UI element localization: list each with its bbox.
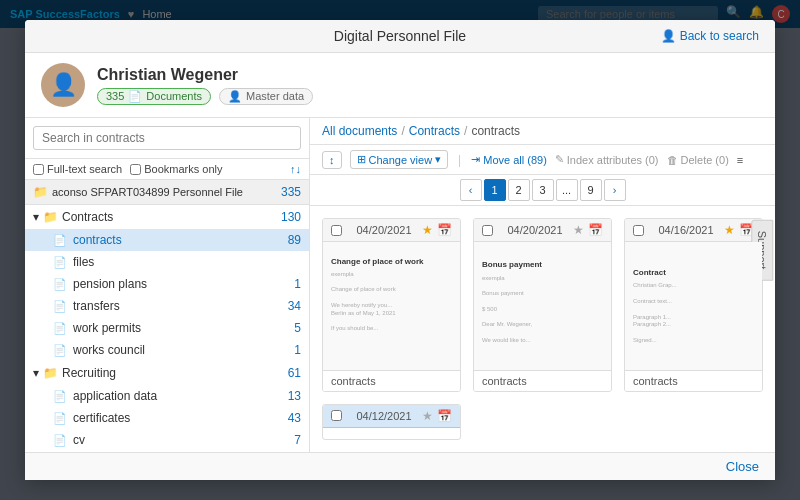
sidebar-item-cv[interactable]: 📄 cv 7 [25,429,309,451]
index-attributes-button[interactable]: ✎ Index attributes (0) [555,153,659,166]
next-page-button[interactable]: › [604,179,626,201]
sidebar: Full-text search Bookmarks only ↑↓ 📁 aco… [25,118,310,452]
item-label: work permits [73,321,141,335]
change-view-button[interactable]: ⊞ Change view ▾ [350,150,449,169]
full-text-checkbox[interactable] [33,164,44,175]
sidebar-filter-options: Full-text search Bookmarks only ↑↓ [25,159,309,180]
item-count: 1 [294,277,301,291]
document-grid: 04/20/2021 ★ 📅 Change of place of work e… [310,206,775,452]
page-3-button[interactable]: 3 [532,179,554,201]
sidebar-item-files[interactable]: 📄 files [25,251,309,273]
chevron-icon: ▾ [33,366,39,380]
sidebar-search-input[interactable] [33,126,301,150]
documents-badge[interactable]: 335 📄 Documents [97,88,211,105]
profile-bar: 👤 Christian Wegener 335 📄 Documents 👤 Ma… [25,53,775,118]
doc-icon: 📄 [53,300,67,313]
full-text-search-option[interactable]: Full-text search [33,163,122,175]
document-card-0[interactable]: 04/20/2021 ★ 📅 Change of place of work e… [322,218,461,392]
sidebar-item-contracts[interactable]: 📄 contracts 89 [25,229,309,251]
list-icon: ≡ [737,154,743,166]
master-label: Master data [246,90,304,102]
modal-body: Full-text search Bookmarks only ↑↓ 📁 aco… [25,118,775,452]
doc-checkbox[interactable] [633,225,644,236]
page-2-button[interactable]: 2 [508,179,530,201]
breadcrumb-current: contracts [471,124,520,138]
star-icon[interactable]: ★ [573,223,584,237]
file-item-icon: 📁 [33,185,48,199]
back-to-search-button[interactable]: 👤 Back to search [661,29,759,43]
delete-button[interactable]: 🗑 Delete (0) [667,154,729,166]
star-icon[interactable]: ★ [724,223,735,237]
doc-card-header-partial: 04/12/2021 ★ 📅 [323,405,460,428]
doc-icon: 📄 [53,344,67,357]
close-button[interactable]: Close [726,459,759,474]
section-header-recruiting[interactable]: ▾ 📁 Recruiting 61 [25,361,309,385]
person-icon: 👤 [661,29,676,43]
page-9-button[interactable]: 9 [580,179,602,201]
doc-preview-title: Change of place of work [331,256,452,267]
document-card-1[interactable]: 04/20/2021 ★ 📅 Bonus payment exempla Bon… [473,218,612,392]
section-header-contracts[interactable]: ▾ 📁 Contracts 130 [25,205,309,229]
item-label: works council [73,343,145,357]
modal-header: Digital Personnel File 👤 Back to search [25,20,775,53]
calendar-icon[interactable]: 📅 [588,223,603,237]
doc-checkbox[interactable] [331,225,342,236]
sidebar-file-item[interactable]: 📁 aconso SFPART034899 Personnel File 335 [25,180,309,205]
doc-preview-title: Contract [633,267,754,278]
item-label: application data [73,389,157,403]
doc-partial-checkbox[interactable] [331,410,342,421]
sidebar-section-recruiting: ▾ 📁 Recruiting 61 📄 application data 13 … [25,361,309,452]
index-icon: ✎ [555,153,564,166]
doc-icon: 📄 [53,322,67,335]
doc-preview-text: Christian Grap... Contract text... Parag… [633,282,754,344]
sidebar-item-work-permits[interactable]: 📄 work permits 5 [25,317,309,339]
sort-button[interactable]: ↕ [322,151,342,169]
star-icon-partial[interactable]: ★ [422,409,433,423]
breadcrumb: All documents / Contracts / contracts [310,118,775,145]
doc-preview-text: exempla Change of place of work We hereb… [331,271,452,357]
list-view-button[interactable]: ≡ [737,154,743,166]
breadcrumb-all-docs[interactable]: All documents [322,124,397,138]
profile-badges: 335 📄 Documents 👤 Master data [97,88,313,105]
item-count: 34 [288,299,301,313]
sidebar-item-pension-plans[interactable]: 📄 pension plans 1 [25,273,309,295]
item-count: 89 [288,233,301,247]
sort-controls[interactable]: ↑↓ [290,163,301,175]
doc-icon: 📄 [53,390,67,403]
sidebar-item-certificates[interactable]: 📄 certificates 43 [25,407,309,429]
chevron-down-icon: ▾ [435,153,441,166]
item-label: transfers [73,299,120,313]
move-all-button[interactable]: ⇥ Move all (89) [471,153,547,166]
doc-card-footer: contracts [323,370,460,391]
doc-checkbox[interactable] [482,225,493,236]
sidebar-item-works-council[interactable]: 📄 works council 1 [25,339,309,361]
breadcrumb-contracts[interactable]: Contracts [409,124,460,138]
document-card-2[interactable]: 04/16/2021 ★ 📅 Contract Christian Grap..… [624,218,763,392]
bookmarks-only-option[interactable]: Bookmarks only [130,163,222,175]
modal-overlay: Support Digital Personnel File 👤 Back to… [0,0,800,500]
prev-page-button[interactable]: ‹ [460,179,482,201]
doc-date: 04/20/2021 [507,224,562,236]
doc-icon: 📄 [53,412,67,425]
bookmarks-checkbox[interactable] [130,164,141,175]
item-count: 7 [294,433,301,447]
document-card-partial[interactable]: 04/12/2021 ★ 📅 [322,404,461,440]
profile-name: Christian Wegener [97,66,313,84]
master-icon: 👤 [228,90,242,103]
content-area: All documents / Contracts / contracts ↕ … [310,118,775,452]
star-icon[interactable]: ★ [422,223,433,237]
page-1-button[interactable]: 1 [484,179,506,201]
sidebar-item-application-data[interactable]: 📄 application data 13 [25,385,309,407]
calendar-icon[interactable]: 📅 [437,223,452,237]
doc-icon: 📄 [53,234,67,247]
doc-icon: 📄 [53,434,67,447]
master-data-badge[interactable]: 👤 Master data [219,88,313,105]
item-label: files [73,255,94,269]
sidebar-item-transfers[interactable]: 📄 transfers 34 [25,295,309,317]
item-label: certificates [73,411,130,425]
calendar-icon-partial[interactable]: 📅 [437,409,452,423]
file-item-name: aconso SFPART034899 Personnel File [52,186,281,198]
section-count: 61 [288,366,301,380]
folder-icon: 📁 [43,210,58,224]
docs-label: Documents [146,90,202,102]
